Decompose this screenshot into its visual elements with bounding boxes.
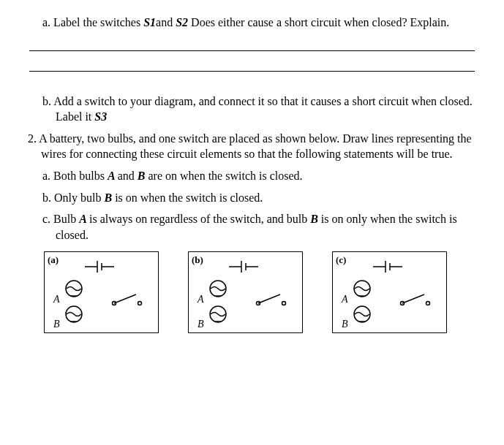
figure-b-bulb-b-label: B bbox=[198, 318, 204, 332]
q1a-label: a. bbox=[42, 16, 50, 28]
figure-a-bulb-b-label: B bbox=[53, 318, 60, 332]
figure-c-bulb-b-label: B bbox=[342, 318, 348, 332]
q2a-A: A bbox=[108, 170, 118, 182]
figure-c-bulb-a-label: A bbox=[342, 293, 348, 307]
q2c-text-1: Bulb bbox=[53, 213, 79, 225]
figure-a-bulb-a-label: A bbox=[53, 293, 60, 307]
figure-row: (a) A B bbox=[44, 251, 482, 333]
answer-line-1 bbox=[29, 50, 475, 51]
switch-icon bbox=[401, 294, 430, 305]
answer-line-2 bbox=[29, 70, 475, 72]
circuit-diagram-b bbox=[189, 252, 302, 332]
battery-icon bbox=[229, 261, 258, 273]
q1-part-a: a. Label the switches S1and S2 Does eith… bbox=[42, 15, 482, 31]
q2a-text-2: and bbox=[118, 170, 138, 182]
q2b-text-2: is on when the switch is closed. bbox=[115, 191, 263, 204]
q2a-B: B bbox=[138, 170, 148, 182]
q2c-text-2: is always on regardless of the switch, a… bbox=[89, 213, 310, 225]
q2-part-b: b. Only bulb B is on when the switch is … bbox=[42, 190, 482, 206]
bulb-b-icon bbox=[354, 306, 370, 322]
q2-label: 2. bbox=[28, 132, 37, 145]
q2a-label: a. bbox=[42, 170, 50, 182]
q2c-B: B bbox=[310, 213, 321, 225]
q1a-s1: S1 bbox=[143, 16, 156, 28]
q1-part-b: b. Add a switch to your diagram, and con… bbox=[42, 94, 482, 125]
svg-line-9 bbox=[114, 294, 136, 303]
q2c-label: c. bbox=[42, 213, 50, 225]
svg-point-10 bbox=[138, 302, 142, 305]
q2c-A: A bbox=[79, 213, 89, 225]
figure-b: (b) A B bbox=[188, 251, 303, 333]
q1b-s3: S3 bbox=[94, 110, 107, 123]
q2-part-a: a. Both bulbs A and B are on when the sw… bbox=[42, 168, 482, 184]
q1a-text-2: and bbox=[156, 16, 176, 28]
figure-c: (c) A B bbox=[332, 251, 447, 333]
figure-b-bulb-a-label: A bbox=[198, 293, 204, 307]
q1a-text-1: Label the switches bbox=[53, 16, 143, 28]
q2b-text-1: Only bulb bbox=[54, 191, 104, 204]
battery-icon bbox=[85, 261, 114, 273]
bulb-a-icon bbox=[66, 281, 82, 297]
q2a-text-1: Both bulbs bbox=[53, 170, 108, 182]
svg-point-32 bbox=[426, 302, 430, 305]
bulb-a-icon bbox=[354, 281, 370, 297]
circuit-diagram-a bbox=[45, 252, 158, 332]
svg-line-31 bbox=[402, 294, 424, 303]
bulb-b-icon bbox=[66, 306, 82, 322]
battery-icon bbox=[373, 261, 402, 273]
q2-part-c: c. Bulb A is always on regardless of the… bbox=[42, 211, 482, 243]
q1a-text-3: Does either cause a short circuit when c… bbox=[188, 16, 449, 28]
q1a-s2: S2 bbox=[176, 16, 188, 28]
svg-line-20 bbox=[258, 294, 280, 303]
q1b-text-1: Add a switch to your diagram, and connec… bbox=[53, 95, 473, 123]
svg-point-21 bbox=[282, 302, 286, 305]
q2b-label: b. bbox=[42, 191, 51, 204]
circuit-diagram-c bbox=[333, 252, 446, 332]
q2-text: A battery, two bulbs, and one switch are… bbox=[39, 132, 472, 161]
q2: 2. A battery, two bulbs, and one switch … bbox=[28, 131, 482, 162]
switch-icon bbox=[113, 294, 142, 305]
switch-icon bbox=[257, 294, 286, 305]
bulb-b-icon bbox=[210, 306, 226, 322]
bulb-a-icon bbox=[210, 281, 226, 297]
figure-a: (a) A B bbox=[44, 251, 159, 333]
q1b-label: b. bbox=[42, 95, 51, 107]
q2b-B: B bbox=[104, 191, 115, 204]
q2a-text-3: are on when the switch is closed. bbox=[148, 170, 302, 182]
